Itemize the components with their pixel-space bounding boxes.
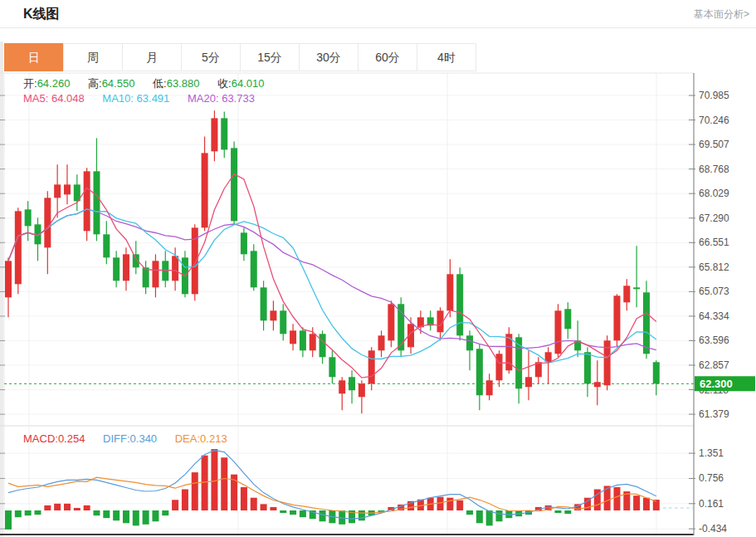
close-label: 收: [217,77,232,90]
ma20-value: 63.733 [222,92,255,105]
macd-bar [93,510,100,515]
macd-bar [476,510,483,523]
macd-bar [54,504,61,510]
candle [633,287,640,289]
macd-bar [270,507,276,510]
candle [44,198,51,247]
macd-bar [358,510,365,520]
candle [554,310,561,354]
macd-bar [74,508,80,510]
macd-bar [300,510,306,517]
y-axis-label: 69.507 [699,139,729,150]
dea-label: DEA: [175,432,200,445]
macd-bar [290,510,296,515]
candle [466,335,473,350]
candle [54,184,61,198]
macd-bar [133,510,139,525]
candle [349,377,355,390]
tab-month[interactable]: 月 [122,43,182,71]
diff-line [8,451,656,520]
candle [623,286,630,302]
tab-15min[interactable]: 15分 [240,43,300,71]
current-price-badge-text: 62.300 [700,378,733,390]
tab-4hour[interactable]: 4时 [417,43,476,71]
candle [584,352,591,383]
macd-bar [456,500,463,510]
macd-bar [103,510,110,518]
tab-60min[interactable]: 60分 [358,43,417,71]
ma10-label: MA10: [102,92,134,105]
macd-bar [251,498,257,510]
ma-info: MA5: 64.048 MA10: 63.491 MA20: 63.733 [23,92,270,105]
macd-bar [64,504,71,510]
candle [456,274,463,335]
macd-bar [241,487,247,510]
y-axis-label: 1.351 [699,447,724,459]
candle [15,211,22,284]
candle [378,335,385,350]
candle [339,380,345,393]
candle [261,287,267,320]
candle [358,383,365,397]
macd-bar [486,510,493,525]
candle [280,310,286,334]
macd-bar [564,510,571,514]
macd-bar [211,449,217,510]
ma5-value: 64.048 [51,92,85,105]
tab-5min[interactable]: 5分 [181,43,241,71]
y-axis-label: 63.596 [699,334,729,346]
macd-bar [34,510,41,515]
close-value: 64.010 [232,77,265,90]
macd-bar [152,510,159,521]
macd-bar [554,510,561,513]
candle [103,234,110,257]
candle [143,267,149,287]
tab-week[interactable]: 周 [63,43,123,71]
open-value: 64.260 [37,77,71,90]
kline-page: { "header": { "title": "K线图", "link": "基… [0,0,756,537]
y-axis-label: 62.857 [699,359,729,371]
high-label: 高: [88,77,102,90]
macd-bar [613,487,620,510]
candle [310,334,316,350]
low-value: 63.880 [167,77,200,90]
y-axis-label: 61.379 [699,408,729,420]
candle [486,380,493,395]
y-axis-label: 68.768 [699,164,729,175]
candle [290,330,296,344]
macd-bar [437,497,444,510]
y-axis-label: 70.246 [699,115,729,126]
ohlc-info: 开:64.260 高:64.550 低:63.880 收:64.010 [23,76,279,91]
candle [643,292,650,354]
candle [172,256,178,281]
ma5-label: MA5: [23,92,48,105]
candle [594,382,601,387]
candle [446,274,453,310]
candle [231,148,237,221]
candle [564,309,571,329]
candle [525,377,532,387]
tab-day[interactable]: 日 [4,43,64,71]
macd-bar [84,505,90,510]
candle [613,295,620,340]
candle [84,171,90,231]
candle [251,251,257,287]
ma20-label: MA20: [188,92,219,105]
candle [5,261,12,297]
candle [329,357,335,377]
candle [25,209,32,226]
macd-bar [319,510,326,521]
macd-bar [44,505,51,510]
macd-bar [123,510,129,523]
candle [653,362,660,383]
candle [270,310,276,320]
macd-bar [466,510,473,515]
candle [93,171,100,234]
candle [123,254,129,281]
candle [221,118,227,149]
y-axis-label: 64.334 [699,310,729,322]
macd-bar [25,510,32,515]
macd-bar [202,456,208,510]
candle [368,350,375,383]
tab-30min[interactable]: 30分 [299,43,358,71]
